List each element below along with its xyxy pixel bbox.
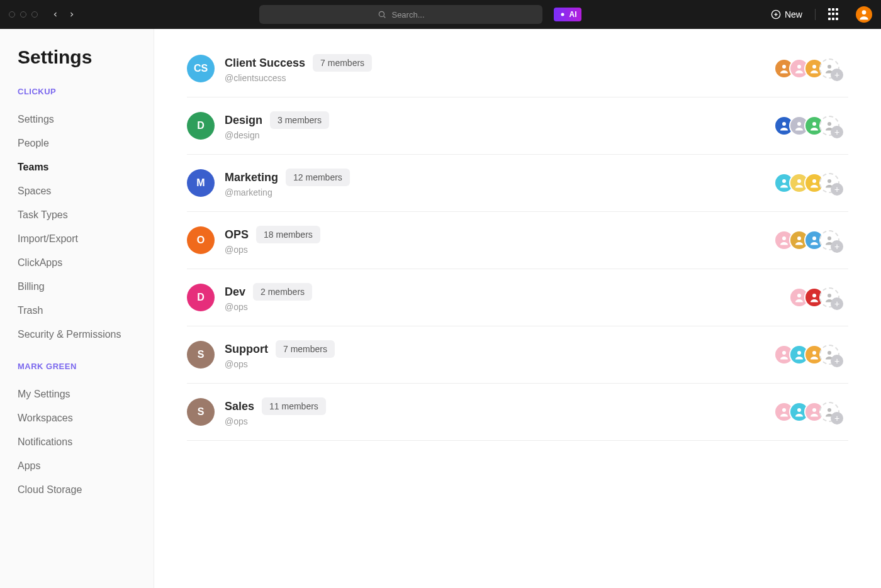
back-button[interactable] xyxy=(49,8,62,21)
svg-point-7 xyxy=(782,65,786,69)
close-window-dot[interactable] xyxy=(9,11,15,18)
team-member-count: 7 members xyxy=(276,340,335,358)
svg-point-17 xyxy=(812,179,816,183)
team-info: Support7 members@ops xyxy=(225,340,335,369)
team-name: OPS xyxy=(225,228,249,241)
add-member-button[interactable]: + xyxy=(831,69,843,81)
svg-point-10 xyxy=(828,65,831,69)
team-member-count: 2 members xyxy=(253,283,312,301)
apps-menu-icon[interactable] xyxy=(828,8,841,21)
team-handle: @ops xyxy=(225,359,335,369)
svg-point-29 xyxy=(828,351,831,355)
team-members: + xyxy=(774,345,848,365)
team-row[interactable]: DDev2 members@ops+ xyxy=(187,269,848,326)
team-info: Sales11 members@ops xyxy=(225,397,326,426)
team-member-count: 12 members xyxy=(286,169,350,186)
sidebar-item-cloud-storage[interactable]: Cloud Storage xyxy=(18,478,154,502)
svg-point-24 xyxy=(812,294,816,297)
svg-point-25 xyxy=(828,294,831,297)
sidebar-item-task-types[interactable]: Task Types xyxy=(18,203,154,227)
svg-point-20 xyxy=(797,236,801,240)
team-member-count: 3 members xyxy=(270,111,329,129)
add-member-button[interactable]: + xyxy=(831,412,843,424)
svg-point-19 xyxy=(782,236,786,240)
svg-point-21 xyxy=(812,236,816,240)
ai-button[interactable]: AI xyxy=(554,8,581,21)
sidebar-item-apps[interactable]: Apps xyxy=(18,454,154,478)
user-avatar[interactable] xyxy=(856,6,872,23)
sidebar-item-spaces[interactable]: Spaces xyxy=(18,179,154,203)
sidebar-item-my-settings[interactable]: My Settings xyxy=(18,382,154,406)
add-member-button[interactable]: + xyxy=(831,297,843,310)
search-input[interactable]: Search... xyxy=(259,5,542,24)
svg-point-26 xyxy=(782,351,786,355)
team-avatar: CS xyxy=(187,55,215,82)
sidebar-item-clickapps[interactable]: ClickApps xyxy=(18,251,154,275)
team-member-count: 11 members xyxy=(262,397,326,415)
team-name: Design xyxy=(225,114,262,127)
forward-button[interactable] xyxy=(65,8,78,21)
team-info: Dev2 members@ops xyxy=(225,283,312,312)
team-row[interactable]: OOPS18 members@ops+ xyxy=(187,212,848,269)
topbar-divider xyxy=(815,9,816,20)
sidebar-item-teams[interactable]: Teams xyxy=(18,155,154,179)
team-member-count: 7 members xyxy=(313,54,372,72)
team-row[interactable]: SSales11 members@ops+ xyxy=(187,384,848,441)
team-avatar: D xyxy=(187,112,215,140)
sidebar-item-notifications[interactable]: Notifications xyxy=(18,430,154,454)
new-button[interactable]: New xyxy=(771,9,802,19)
svg-point-15 xyxy=(782,179,786,183)
svg-point-6 xyxy=(862,10,867,14)
window-traffic-lights xyxy=(9,11,38,18)
team-info: Client Success7 members@clientsuccess xyxy=(225,54,372,83)
svg-point-11 xyxy=(782,122,786,126)
team-members: + xyxy=(774,402,848,422)
svg-point-12 xyxy=(797,122,801,126)
team-name: Support xyxy=(225,343,268,356)
sidebar-section-header: MARK GREEN xyxy=(18,362,154,371)
team-row[interactable]: DDesign3 members@design+ xyxy=(187,97,848,155)
add-member-button[interactable]: + xyxy=(831,183,843,196)
sidebar-item-workspaces[interactable]: Workspaces xyxy=(18,406,154,430)
svg-point-27 xyxy=(797,351,801,355)
ai-icon xyxy=(559,11,566,18)
sidebar-item-security-permissions[interactable]: Security & Permissions xyxy=(18,323,154,347)
maximize-window-dot[interactable] xyxy=(31,11,38,18)
team-avatar: O xyxy=(187,226,215,254)
sidebar-item-import-export[interactable]: Import/Export xyxy=(18,227,154,251)
add-member-button[interactable]: + xyxy=(831,240,843,253)
sidebar-item-settings[interactable]: Settings xyxy=(18,108,154,131)
team-row[interactable]: SSupport7 members@ops+ xyxy=(187,326,848,384)
sidebar-item-billing[interactable]: Billing xyxy=(18,275,154,299)
svg-point-2 xyxy=(561,13,564,16)
sidebar-item-people[interactable]: People xyxy=(18,131,154,155)
team-handle: @clientsuccess xyxy=(225,73,372,83)
sidebar-item-trash[interactable]: Trash xyxy=(18,299,154,323)
team-name: Marketing xyxy=(225,171,278,184)
sidebar-section-header: CLICKUP xyxy=(18,87,154,96)
team-row[interactable]: CSClient Success7 members@clientsuccess+ xyxy=(187,54,848,97)
team-info: OPS18 members@ops xyxy=(225,226,320,255)
team-name: Sales xyxy=(225,400,254,413)
add-member-button[interactable]: + xyxy=(831,355,843,367)
team-handle: @design xyxy=(225,130,329,140)
team-members: + xyxy=(774,116,848,136)
sidebar: Settings CLICKUPSettingsPeopleTeamsSpace… xyxy=(0,29,154,588)
page-title: Settings xyxy=(18,47,154,68)
svg-point-23 xyxy=(797,294,801,297)
search-placeholder: Search... xyxy=(391,10,424,19)
svg-point-22 xyxy=(828,236,831,240)
minimize-window-dot[interactable] xyxy=(20,11,26,18)
svg-point-13 xyxy=(812,122,816,126)
team-avatar: M xyxy=(187,169,215,197)
team-members: + xyxy=(774,173,848,193)
team-avatar: D xyxy=(187,284,215,311)
svg-point-16 xyxy=(797,179,801,183)
team-handle: @ops xyxy=(225,245,320,255)
team-name: Dev xyxy=(225,286,245,299)
topbar: Search... AI New xyxy=(0,0,881,29)
team-row[interactable]: MMarketing12 members@marketing+ xyxy=(187,155,848,212)
add-member-button[interactable]: + xyxy=(831,126,843,138)
svg-point-33 xyxy=(828,408,831,412)
svg-point-0 xyxy=(379,11,384,16)
